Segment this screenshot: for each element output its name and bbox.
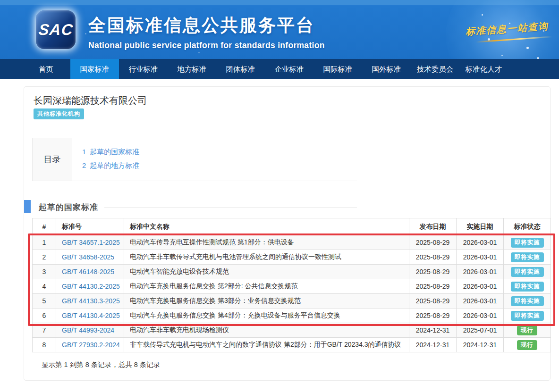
company-type-badge: 其他标准化机构 bbox=[34, 108, 84, 119]
standard-number-link[interactable]: GB/T 44130.4-2025 bbox=[62, 312, 120, 319]
cell-std-no: GB/T 44993-2024 bbox=[56, 323, 124, 338]
toc-link-number: 1 bbox=[82, 145, 86, 158]
cell-index: 7 bbox=[33, 323, 56, 338]
nav-item-technical-committee[interactable]: 技术委员会 bbox=[411, 59, 459, 79]
column-header: 实施日期 bbox=[457, 218, 504, 235]
sac-logo-text: SAC bbox=[38, 21, 74, 39]
cell-index: 8 bbox=[33, 338, 56, 352]
site-header: SAC 全国标准信息公共服务平台 National public service… bbox=[0, 0, 559, 59]
cell-implement-date: 2026-03-01 bbox=[457, 294, 504, 309]
column-header: 标准中文名称 bbox=[124, 218, 409, 235]
nav-item-local-standards[interactable]: 地方标准 bbox=[168, 59, 216, 79]
cell-publish-date: 2025-08-29 bbox=[409, 265, 457, 279]
cell-name: 电动汽车非车载充电机现场检测仪 bbox=[124, 323, 409, 338]
cell-implement-date: 2026-03-01 bbox=[457, 309, 504, 323]
nav-item-standardization-talent[interactable]: 标准化人才 bbox=[459, 59, 508, 79]
cell-implement-date: 2026-03-01 bbox=[457, 250, 504, 265]
status-badge: 即将实施 bbox=[511, 267, 544, 277]
status-badge: 即将实施 bbox=[511, 252, 544, 262]
cell-name: 电动汽车充换电服务信息交换 第2部分: 公共信息交换规范 bbox=[124, 279, 409, 294]
page: SAC 全国标准信息公共服务平台 National public service… bbox=[0, 0, 559, 392]
cell-status: 即将实施 bbox=[504, 279, 551, 294]
cell-status: 即将实施 bbox=[504, 250, 551, 265]
cell-status: 即将实施 bbox=[504, 235, 551, 250]
section-divider bbox=[104, 208, 357, 208]
cell-implement-date: 2026-03-01 bbox=[457, 265, 504, 279]
cell-index: 6 bbox=[33, 309, 56, 323]
table-row: 8GB/T 27930.2-2024非车载传导式充电机与电动汽车之间的数字通信协… bbox=[33, 338, 551, 352]
cell-std-no: GB/T 44130.4-2025 bbox=[56, 309, 124, 323]
table-row: 4GB/T 44130.2-2025电动汽车充换电服务信息交换 第2部分: 公共… bbox=[33, 279, 551, 294]
nav-item-group-standards[interactable]: 团体标准 bbox=[216, 59, 265, 79]
standard-number-link[interactable]: GB/T 44993-2024 bbox=[62, 326, 114, 334]
cell-implement-date: 2024-12-31 bbox=[457, 338, 504, 352]
status-badge: 即将实施 bbox=[511, 311, 544, 321]
table-row: 5GB/T 44130.3-2025电动汽车充换电服务信息交换 第3部分：业务信… bbox=[33, 294, 551, 309]
cell-std-no: GB/T 46148-2025 bbox=[56, 265, 124, 279]
column-header: # bbox=[33, 218, 56, 235]
standard-number-link[interactable]: GB/T 44130.2-2025 bbox=[62, 283, 120, 290]
toc-link-2[interactable]: 2起草的地方标准 bbox=[82, 158, 139, 172]
cell-name: 电动汽车传导充电互操作性测试规范 第1部分：供电设备 bbox=[124, 235, 409, 250]
standard-number-link[interactable]: GB/T 46148-2025 bbox=[62, 268, 114, 275]
cell-implement-date: 2025-07-01 bbox=[457, 323, 504, 338]
toc-box: 目录 1起草的国家标准2起草的地方标准 bbox=[32, 138, 357, 181]
cell-std-no: GB/T 44130.3-2025 bbox=[56, 294, 124, 309]
column-header: 标准号 bbox=[56, 218, 124, 235]
standards-table-head-row: #标准号标准中文名称发布日期实施日期标准状态 bbox=[33, 218, 551, 235]
cell-status: 现行 bbox=[504, 323, 551, 338]
status-badge: 现行 bbox=[517, 340, 537, 350]
site-title: 全国标准信息公共服务平台 bbox=[88, 14, 325, 37]
toc-label: 目录 bbox=[33, 138, 72, 181]
nav-item-national-standards[interactable]: 国家标准 bbox=[70, 59, 119, 79]
standard-number-link[interactable]: GB/T 27930.2-2024 bbox=[62, 341, 120, 349]
cell-name: 电动汽车充换电服务信息交换 第4部分：充换电设备与服务平台信息交换 bbox=[124, 309, 409, 323]
cell-status: 即将实施 bbox=[504, 309, 551, 323]
standard-number-link[interactable]: GB/T 44130.3-2025 bbox=[62, 297, 120, 305]
cell-publish-date: 2024-12-31 bbox=[409, 323, 457, 338]
sac-logo[interactable]: SAC bbox=[36, 10, 76, 49]
column-header: 标准状态 bbox=[504, 218, 551, 235]
cell-std-no: GB/T 44130.2-2025 bbox=[56, 279, 124, 294]
site-subtitle: National public service platform for sta… bbox=[88, 41, 325, 50]
cell-std-no: GB/T 34658-2025 bbox=[56, 250, 124, 265]
section-marker-decoration bbox=[24, 200, 31, 213]
standard-number-link[interactable]: GB/T 34658-2025 bbox=[62, 253, 114, 261]
cell-status: 即将实施 bbox=[504, 294, 551, 309]
standard-number-link[interactable]: GB/T 34657.1-2025 bbox=[62, 239, 120, 246]
sparkle-dots-decoration bbox=[482, 14, 483, 16]
toc-links: 1起草的国家标准2起草的地方标准 bbox=[72, 138, 139, 181]
nav-item-home[interactable]: 首页 bbox=[22, 59, 70, 79]
cell-index: 4 bbox=[33, 279, 56, 294]
cell-name: 电动汽车充换电服务信息交换 第3部分：业务信息交换规范 bbox=[124, 294, 409, 309]
status-badge: 现行 bbox=[517, 325, 537, 335]
toc-link-1[interactable]: 1起草的国家标准 bbox=[82, 145, 139, 158]
status-badge: 即将实施 bbox=[511, 296, 544, 306]
nav-item-foreign-standards[interactable]: 国外标准 bbox=[362, 59, 411, 79]
nav-item-enterprise-standards[interactable]: 企业标准 bbox=[265, 59, 313, 79]
table-record-summary: 显示第 1 到第 8 条记录，总共 8 条记录 bbox=[42, 360, 160, 369]
company-name: 长园深瑞能源技术有限公司 bbox=[34, 94, 147, 107]
standards-table-body: 1GB/T 34657.1-2025电动汽车传导充电互操作性测试规范 第1部分：… bbox=[33, 235, 551, 352]
cell-status: 即将实施 bbox=[504, 265, 551, 279]
cell-index: 2 bbox=[33, 250, 56, 265]
cell-publish-date: 2025-08-29 bbox=[409, 235, 457, 250]
cell-std-no: GB/T 27930.2-2024 bbox=[56, 338, 124, 352]
cell-status: 现行 bbox=[504, 338, 551, 352]
section-title: 起草的国家标准 bbox=[39, 202, 98, 213]
status-badge: 即将实施 bbox=[511, 282, 544, 292]
cell-index: 1 bbox=[33, 235, 56, 250]
cell-name: 非车载传导式充电机与电动汽车之间的数字通信协议 第2部分：用于GB/T 2023… bbox=[124, 338, 409, 352]
cell-std-no: GB/T 34657.1-2025 bbox=[56, 235, 124, 250]
nav-item-industry-standards[interactable]: 行业标准 bbox=[119, 59, 168, 79]
cell-index: 5 bbox=[33, 294, 56, 309]
site-title-block: 全国标准信息公共服务平台 National public service pla… bbox=[88, 14, 325, 50]
cell-publish-date: 2024-12-31 bbox=[409, 338, 457, 352]
cell-index: 3 bbox=[33, 265, 56, 279]
table-row: 3GB/T 46148-2025电动汽车智能充放电设备技术规范2025-08-2… bbox=[33, 265, 551, 279]
column-header: 发布日期 bbox=[409, 218, 457, 235]
toc-link-label: 起草的地方标准 bbox=[90, 161, 139, 169]
cell-implement-date: 2026-03-01 bbox=[457, 279, 504, 294]
nav-item-international-standards[interactable]: 国际标准 bbox=[313, 59, 362, 79]
cell-name: 电动汽车非车载传导式充电机与电池管理系统之间的通信协议一致性测试 bbox=[124, 250, 409, 265]
